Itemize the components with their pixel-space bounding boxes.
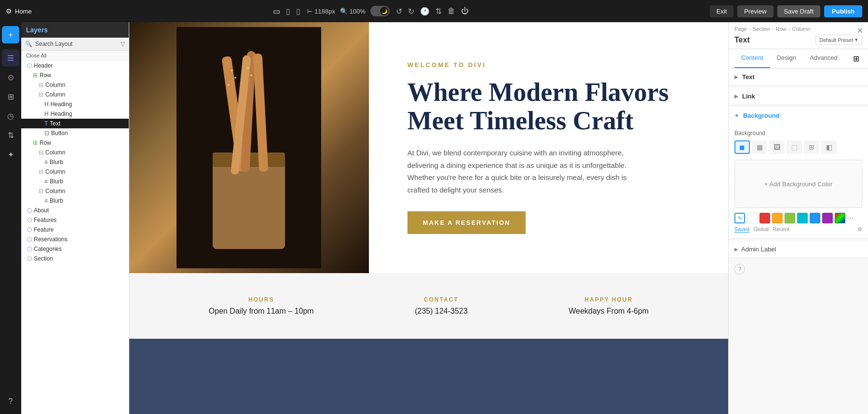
history-sidebar-icon[interactable]: ◷ — [2, 107, 19, 124]
layer-col-5[interactable]: ⊟ Column — [21, 186, 129, 196]
swatch-yellow[interactable] — [772, 213, 783, 223]
desktop-icon[interactable]: ▭ — [271, 5, 282, 18]
panel-section-background: ▼ Background Background ◼ ▦ 🖼 ⬚ ⊞ ◧ + Ad… — [729, 107, 868, 239]
swatch-blue[interactable] — [810, 213, 820, 223]
save-draft-button[interactable]: Save Draft — [777, 5, 820, 17]
add-background-color-button[interactable]: + Add Background Color — [764, 180, 832, 188]
help-button[interactable]: ? — [734, 264, 745, 275]
help-sidebar-icon[interactable]: ? — [2, 393, 19, 410]
color-picker-swatch[interactable]: ✎ — [734, 213, 745, 223]
portability-icon[interactable]: ⇅ — [2, 126, 19, 144]
tab-design[interactable]: Design — [770, 49, 803, 68]
heading-icon: H — [44, 101, 49, 108]
breadcrumb-page[interactable]: Page — [734, 26, 747, 32]
publish-button[interactable]: Publish — [824, 5, 862, 17]
breadcrumb: Page › Section › Row › Column — [734, 26, 862, 32]
layer-heading-1[interactable]: H Heading — [21, 99, 129, 109]
swatch-cyan[interactable] — [797, 213, 808, 223]
close-all-button[interactable]: Close All — [21, 51, 129, 61]
home-button[interactable]: ⚙ Home — [6, 7, 32, 15]
hero-desc: At Divi, we blend contemporary cuisine w… — [407, 147, 639, 196]
close-panel-icon[interactable]: ✕ — [857, 26, 863, 35]
tab-advanced[interactable]: Advanced — [803, 49, 844, 68]
layer-blurb-3[interactable]: ≡ Blurb — [21, 196, 129, 206]
svg-point-13 — [228, 84, 230, 86]
bg-pattern-type-icon[interactable]: ⊞ — [804, 140, 819, 154]
layer-col-4[interactable]: ⊟ Column — [21, 167, 129, 177]
preview-button[interactable]: Preview — [737, 5, 773, 17]
layer-row-1[interactable]: ⊞ Row — [21, 70, 129, 80]
swatch-tab-recent[interactable]: Recent — [773, 226, 789, 233]
layer-header[interactable]: ⬡ Header — [21, 61, 129, 70]
swatch-rainbow[interactable] — [835, 213, 845, 223]
layer-row-2[interactable]: ⊞ Row — [21, 138, 129, 148]
layer-heading-2[interactable]: H Heading — [21, 109, 129, 119]
layer-about[interactable]: ⬡ About — [21, 206, 129, 215]
layer-reservations[interactable]: ⬡ Reservations — [21, 235, 129, 244]
swatch-tab-saved[interactable]: Saved — [734, 226, 749, 233]
layer-label: Header — [34, 62, 53, 69]
layer-blurb-2[interactable]: ≡ Blurb — [21, 177, 129, 186]
layer-label: Button — [51, 130, 68, 137]
module-icon[interactable]: ⊞ — [2, 88, 19, 105]
panel-expand-icon[interactable]: ⊞ — [850, 49, 862, 68]
dark-mode-toggle[interactable]: 🌙 — [370, 6, 390, 16]
swatch-green[interactable] — [785, 213, 795, 223]
add-element-button[interactable]: ＋ — [2, 26, 19, 43]
bg-image-type-icon[interactable]: 🖼 — [769, 140, 785, 154]
layer-features[interactable]: ⬡ Features — [21, 215, 129, 225]
redo-icon[interactable]: ↻ — [407, 5, 416, 17]
breadcrumb-row[interactable]: Row — [776, 26, 787, 32]
layer-col-3[interactable]: ⊟ Column — [21, 148, 129, 157]
bg-gradient-type-icon[interactable]: ▦ — [752, 140, 767, 154]
preset-button[interactable]: Default Preset ▾ — [815, 35, 862, 45]
layer-categories[interactable]: ⬡ Categories — [21, 244, 129, 254]
link-section-header[interactable]: ▶ Link — [729, 88, 868, 105]
search-icon: 🔍 — [25, 41, 32, 47]
zoom-display[interactable]: 🔍 100% — [340, 8, 366, 15]
background-section-header[interactable]: ▼ Background — [729, 107, 868, 124]
breadcrumb-sep-3: › — [788, 26, 790, 32]
layer-section[interactable]: ⬡ Section — [21, 254, 129, 263]
admin-label-header[interactable]: ▶ Admin Label — [734, 246, 862, 253]
swatch-red[interactable] — [760, 213, 770, 223]
device-icons: ▭ ▯ ▯ — [271, 5, 302, 18]
bg-mask-type-icon[interactable]: ◧ — [821, 140, 837, 154]
history-icon[interactable]: 🕐 — [419, 5, 431, 17]
breadcrumb-column[interactable]: Column — [792, 26, 810, 32]
layer-feature[interactable]: ⬡ Feature — [21, 225, 129, 235]
swatch-settings-icon[interactable]: ⚙ — [857, 226, 862, 233]
hero-cta-button[interactable]: MAKE A RESERVATION — [407, 211, 526, 234]
px-value: 1188px — [314, 8, 335, 15]
bg-video-type-icon[interactable]: ⬚ — [787, 140, 802, 154]
swatch-tab-global[interactable]: Global — [753, 226, 769, 233]
exit-button[interactable]: Exit — [710, 5, 734, 17]
breadcrumb-section[interactable]: Section — [752, 26, 770, 32]
layout-icon[interactable]: ⇅ — [434, 5, 443, 17]
background-color-area: + Add Background Color — [734, 160, 862, 208]
tablet-icon[interactable]: ▯ — [284, 5, 292, 18]
px-display[interactable]: ⊢ 1188px — [307, 8, 335, 15]
layer-blurb-1[interactable]: ≡ Blurb — [21, 157, 129, 167]
settings-icon[interactable]: ⊙ — [2, 69, 19, 86]
tab-content[interactable]: Content — [734, 49, 770, 68]
power-icon[interactable]: ⏻ — [460, 5, 470, 17]
layer-text-1[interactable]: T Text — [21, 119, 129, 128]
chevron-down-icon: ▾ — [855, 37, 858, 43]
layers-header: Layers — [21, 22, 129, 38]
layer-label: Blurb — [50, 197, 63, 204]
filter-icon[interactable]: ▽ — [121, 41, 125, 47]
bg-color-type-icon[interactable]: ◼ — [734, 140, 750, 154]
layer-col-2[interactable]: ⊟ Column — [21, 90, 129, 99]
layers-icon[interactable]: ☰ — [2, 49, 19, 67]
undo-icon[interactable]: ↺ — [394, 5, 404, 17]
swatch-white[interactable] — [747, 213, 758, 223]
layer-button-1[interactable]: ⊡ Button — [21, 128, 129, 138]
text-section-header[interactable]: ▶ Text — [729, 69, 868, 85]
trash-icon[interactable]: 🗑 — [446, 5, 457, 17]
swatch-more-button[interactable]: ··· — [847, 214, 854, 222]
swatch-purple[interactable] — [822, 213, 833, 223]
mobile-icon[interactable]: ▯ — [294, 5, 302, 18]
search-sidebar-icon[interactable]: ✦ — [2, 146, 19, 163]
layer-col-1[interactable]: ⊟ Column — [21, 80, 129, 90]
